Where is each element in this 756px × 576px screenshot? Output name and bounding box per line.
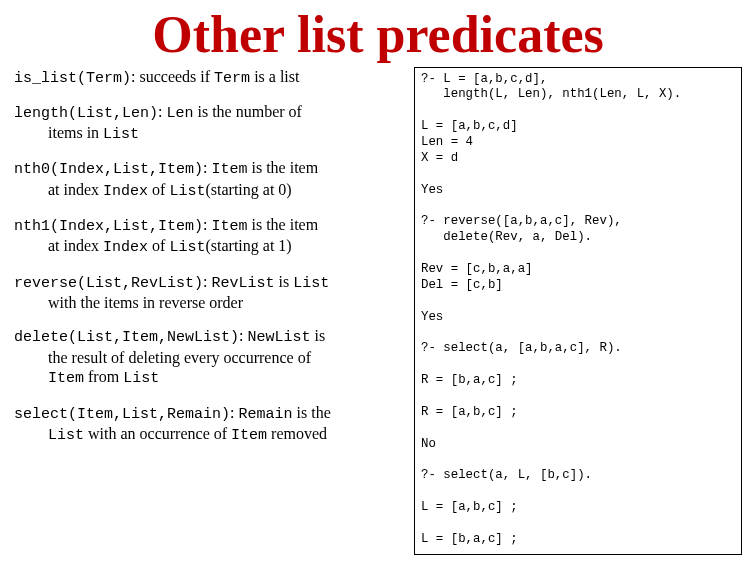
desc-code: Index bbox=[103, 183, 148, 200]
desc-code: Item bbox=[211, 218, 247, 235]
desc-code: List bbox=[123, 370, 159, 387]
desc-text: is the bbox=[293, 404, 331, 421]
predicate-length: length(List,Len): Len is the number of i… bbox=[14, 102, 410, 145]
desc-text: is the number of bbox=[194, 103, 302, 120]
desc-code: List bbox=[169, 183, 205, 200]
desc-line: Item from List bbox=[48, 367, 410, 388]
desc-text: with the items in reverse order bbox=[48, 294, 243, 311]
desc-text: is a list bbox=[250, 68, 299, 85]
predicate-reverse: reverse(List,RevList): RevList is List w… bbox=[14, 272, 410, 313]
predicate-is-list: is_list(Term): succeeds if Term is a lis… bbox=[14, 67, 410, 88]
desc-line: with the items in reverse order bbox=[48, 293, 410, 313]
predicate-signature: reverse(List,RevList) bbox=[14, 275, 203, 292]
predicate-signature: nth0(Index,List,Item) bbox=[14, 161, 203, 178]
desc-code: List bbox=[169, 239, 205, 256]
predicate-signature: nth1(Index,List,Item) bbox=[14, 218, 203, 235]
desc-code: RevList bbox=[211, 275, 274, 292]
predicate-delete: delete(List,Item,NewList): NewList is th… bbox=[14, 326, 410, 388]
desc-text: is the item bbox=[248, 159, 319, 176]
desc-text: (starting at 1) bbox=[205, 237, 291, 254]
desc-code: Item bbox=[231, 427, 267, 444]
desc-text: of bbox=[148, 237, 169, 254]
content-columns: is_list(Term): succeeds if Term is a lis… bbox=[14, 67, 742, 555]
desc-code: Len bbox=[166, 105, 193, 122]
desc-line: items in List bbox=[48, 123, 410, 144]
desc-line: the result of deleting every occurrence … bbox=[48, 348, 410, 368]
desc-text: with an occurrence of bbox=[84, 425, 231, 442]
desc-code: List bbox=[103, 126, 139, 143]
desc-text: : bbox=[230, 404, 238, 421]
predicate-select: select(Item,List,Remain): Remain is the … bbox=[14, 403, 410, 446]
desc-code: Remain bbox=[239, 406, 293, 423]
terminal-panel: ?- L = [a,b,c,d], length(L, Len), nth1(L… bbox=[414, 67, 742, 555]
desc-text: items in bbox=[48, 124, 103, 141]
desc-text: from bbox=[84, 368, 123, 385]
slide-title: Other list predicates bbox=[14, 8, 742, 63]
desc-line: at index Index of List(starting at 0) bbox=[48, 180, 410, 201]
desc-text: is bbox=[275, 273, 294, 290]
desc-text: at index bbox=[48, 237, 103, 254]
desc-text: removed bbox=[267, 425, 327, 442]
predicate-nth0: nth0(Index,List,Item): Item is the item … bbox=[14, 158, 410, 201]
predicate-signature: is_list(Term) bbox=[14, 70, 131, 87]
desc-code: NewList bbox=[248, 329, 311, 346]
desc-code: Item bbox=[48, 370, 84, 387]
desc-code: List bbox=[293, 275, 329, 292]
predicate-signature: delete(List,Item,NewList) bbox=[14, 329, 239, 346]
desc-code: Item bbox=[211, 161, 247, 178]
desc-text: is bbox=[311, 327, 326, 344]
desc-text: the result of deleting every occurrence … bbox=[48, 349, 311, 366]
desc-text: : succeeds if bbox=[131, 68, 214, 85]
desc-line: at index Index of List(starting at 1) bbox=[48, 236, 410, 257]
desc-line: List with an occurrence of Item removed bbox=[48, 424, 410, 445]
desc-code: Term bbox=[214, 70, 250, 87]
predicate-signature: length(List,Len) bbox=[14, 105, 158, 122]
predicate-signature: select(Item,List,Remain) bbox=[14, 406, 230, 423]
desc-code: Index bbox=[103, 239, 148, 256]
desc-code: List bbox=[48, 427, 84, 444]
desc-text: (starting at 0) bbox=[205, 181, 291, 198]
desc-text: at index bbox=[48, 181, 103, 198]
desc-text: is the item bbox=[248, 216, 319, 233]
desc-text: : bbox=[239, 327, 247, 344]
predicates-column: is_list(Term): succeeds if Term is a lis… bbox=[14, 67, 410, 555]
predicate-nth1: nth1(Index,List,Item): Item is the item … bbox=[14, 215, 410, 258]
desc-text: of bbox=[148, 181, 169, 198]
